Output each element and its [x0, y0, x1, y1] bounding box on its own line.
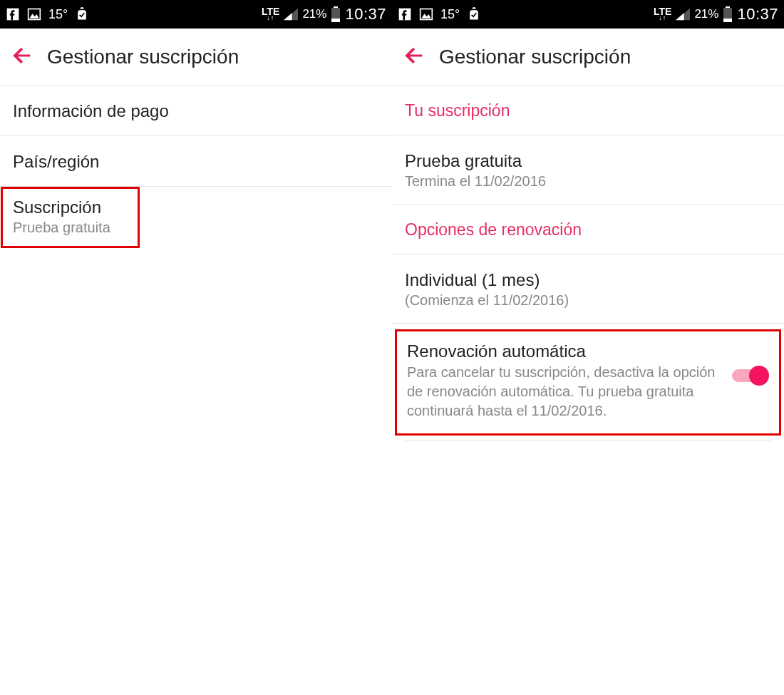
status-bar: 15° LTE ↓↑ 21% 10:37: [0, 0, 392, 29]
list-item-title: País/región: [13, 152, 379, 172]
list-item-subtitle: Termina el 11/02/2016: [405, 173, 771, 190]
back-arrow-icon[interactable]: [10, 43, 34, 71]
list-item-payment-info[interactable]: Información de pago: [0, 86, 392, 136]
status-right: LTE ↓↑ 21% 10:37: [262, 5, 386, 24]
list-item-title: Individual (1 mes): [405, 270, 771, 290]
section-renewal-options: Opciones de renovación: [392, 205, 784, 254]
svg-rect-5: [334, 6, 338, 8]
app-header: Gestionar suscripción: [0, 29, 392, 86]
battery-icon: [723, 6, 733, 22]
facebook-icon: [6, 7, 20, 21]
page-title: Gestionar suscripción: [439, 46, 631, 68]
screen-left: 15° LTE ↓↑ 21% 10:37 Gestionar suscripci…: [0, 0, 392, 695]
status-clock: 10:37: [345, 5, 386, 24]
svg-marker-2: [29, 14, 38, 19]
list-item-title: Suscripción: [13, 197, 128, 217]
list-item-auto-renew: Renovación automática Para cancelar tu s…: [395, 329, 781, 436]
network-lte-icon: LTE ↓↑: [262, 8, 279, 21]
status-left: 15°: [398, 7, 481, 22]
battery-percent: 21%: [694, 7, 718, 21]
list-item-title: Prueba gratuita: [405, 151, 771, 171]
toggle-thumb: [749, 366, 769, 386]
auto-renew-title: Renovación automática: [407, 341, 721, 361]
svg-marker-4: [284, 13, 292, 20]
image-icon: [27, 7, 41, 21]
list-item-subtitle: (Comienza el 11/02/2016): [405, 292, 771, 309]
status-clock: 10:37: [737, 5, 778, 24]
status-bar: 15° LTE ↓↑ 21% 10:37: [392, 0, 784, 29]
svg-marker-10: [421, 14, 430, 19]
signal-icon: [284, 8, 298, 21]
signal-icon: [676, 8, 690, 21]
battery-icon: [331, 6, 341, 22]
list-item-subtitle: Prueba gratuita: [13, 220, 128, 236]
screen-right: 15° LTE ↓↑ 21% 10:37 Gestionar suscripci…: [392, 0, 784, 695]
auto-renew-description: Para cancelar tu suscripción, desactiva …: [407, 363, 721, 421]
list-item-plan[interactable]: Individual (1 mes) (Comienza el 11/02/20…: [392, 254, 784, 324]
svg-rect-7: [331, 19, 340, 22]
list-item-title: Información de pago: [13, 101, 379, 121]
status-right: LTE ↓↑ 21% 10:37: [654, 5, 778, 24]
status-left: 15°: [6, 7, 89, 22]
network-lte-icon: LTE ↓↑: [654, 8, 671, 21]
status-temperature: 15°: [440, 7, 460, 22]
page-title: Gestionar suscripción: [47, 46, 239, 68]
section-your-subscription: Tu suscripción: [392, 86, 784, 135]
list-item-free-trial[interactable]: Prueba gratuita Termina el 11/02/2016: [392, 135, 784, 205]
list-item-country-region[interactable]: País/región: [0, 136, 392, 187]
shopping-icon: [75, 7, 89, 21]
svg-rect-13: [726, 6, 730, 8]
image-icon: [419, 7, 433, 21]
back-arrow-icon[interactable]: [402, 43, 426, 71]
shopping-icon: [467, 7, 481, 21]
app-header: Gestionar suscripción: [392, 29, 784, 86]
settings-list: Información de pago País/región Suscripc…: [0, 86, 392, 695]
list-item-subscription[interactable]: Suscripción Prueba gratuita: [1, 187, 140, 248]
svg-rect-15: [723, 19, 732, 22]
facebook-icon: [398, 7, 412, 21]
auto-renew-toggle[interactable]: [732, 366, 769, 386]
status-temperature: 15°: [48, 7, 68, 22]
subscription-detail: Tu suscripción Prueba gratuita Termina e…: [392, 86, 784, 695]
svg-marker-12: [676, 13, 684, 20]
battery-percent: 21%: [302, 7, 326, 21]
